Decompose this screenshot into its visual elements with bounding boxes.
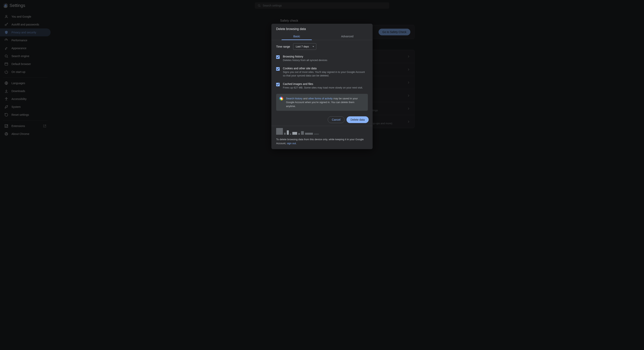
check-subtitle: Deletes history from all synced devices (283, 58, 327, 62)
info-text: Search history and other forms of activi… (286, 97, 365, 108)
sync-note-post: . (296, 142, 297, 145)
check-browsing-history[interactable]: Browsing history Deletes history from al… (276, 53, 368, 65)
check-subtitle: Frees up 627 MB. Some sites may load mor… (283, 86, 363, 89)
tab-advanced[interactable]: Advanced (322, 32, 372, 40)
check-text: Cached images and files Frees up 627 MB.… (283, 82, 363, 89)
delete-data-button[interactable]: Delete data (346, 116, 369, 123)
check-text: Browsing history Deletes history from al… (283, 55, 327, 62)
google-logo-icon (279, 97, 283, 100)
delete-browsing-data-dialog: Delete browsing data Basic Advanced Time… (272, 24, 372, 149)
time-range-label: Time range (276, 45, 290, 48)
checkbox[interactable] (276, 83, 280, 86)
checkbox[interactable] (276, 55, 280, 59)
dialog-actions: Cancel Delete data (272, 115, 372, 126)
time-range-value: Last 7 days (296, 45, 309, 48)
other-activity-link[interactable]: other forms of activity (308, 97, 333, 100)
chevron-down-icon (312, 46, 314, 47)
dialog-scrim[interactable]: Delete browsing data Basic Advanced Time… (0, 0, 644, 350)
search-history-link[interactable]: Search history (286, 97, 302, 100)
tab-basic[interactable]: Basic (272, 32, 322, 40)
check-title: Browsing history (283, 55, 327, 58)
google-account-info: Search history and other forms of activi… (276, 94, 368, 111)
dialog-title: Delete browsing data (272, 24, 372, 32)
sync-footer-note: To delete browsing data from this device… (272, 137, 372, 149)
dialog-tabs: Basic Advanced (272, 32, 372, 40)
sign-out-link[interactable]: sign out (287, 142, 296, 145)
check-subtitle: Signs you out of most sites. You'll stay… (283, 70, 368, 77)
time-range-row: Time range Last 7 days (276, 43, 368, 50)
check-cookies-site-data[interactable]: Cookies and other site data Signs you ou… (276, 65, 368, 80)
info-mid: and (302, 97, 308, 100)
check-text: Cookies and other site data Signs you ou… (283, 67, 368, 77)
dialog-body: Time range Last 7 days Browsing history … (272, 40, 372, 115)
check-cached-images-files[interactable]: Cached images and files Frees up 627 MB.… (276, 80, 368, 92)
time-range-select[interactable]: Last 7 days (293, 43, 316, 50)
check-title: Cached images and files (283, 82, 363, 85)
check-title: Cookies and other site data (283, 67, 368, 70)
checkbox[interactable] (276, 67, 280, 71)
sync-illustration (272, 126, 372, 137)
cancel-button[interactable]: Cancel (328, 116, 345, 123)
